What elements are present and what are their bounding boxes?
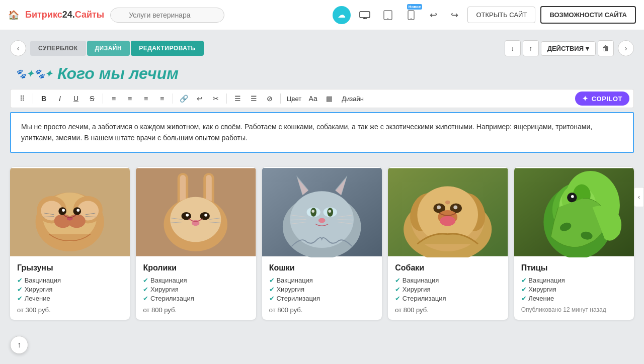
separator-5 xyxy=(280,94,281,104)
scroll-top-button[interactable]: ↑ xyxy=(10,336,28,354)
cat-image xyxy=(262,167,382,257)
table-button[interactable]: ▦ xyxy=(321,92,337,106)
actions-label: ДЕЙСТВИЯ xyxy=(547,45,584,52)
list-item: Хирургия xyxy=(17,286,123,293)
align-right-button[interactable]: ≡ xyxy=(138,92,153,106)
clear-format-button[interactable]: ⊘ xyxy=(262,92,277,106)
cat-price: от 800 руб. xyxy=(269,306,375,314)
hamster-price: от 300 руб. xyxy=(17,306,123,314)
tab-edit[interactable]: РЕДАКТИРОВАТЬ xyxy=(131,41,204,56)
hamster-card-body: Грызуны Вакцинация Хирургия Лечение от 3… xyxy=(10,257,130,320)
special-button[interactable]: ✂ xyxy=(208,92,223,106)
dog-card-body: Собаки Вакцинация Хирургия Стерилизация … xyxy=(388,257,508,320)
logo: Битрикс24.Сайты xyxy=(25,10,104,20)
separator-3 xyxy=(173,94,173,104)
image-button[interactable]: ↩ xyxy=(192,92,207,106)
parrot-published: Опубликовано 12 минут назад xyxy=(521,306,627,313)
link-button[interactable]: 🔗 xyxy=(176,92,191,106)
cat-services: Вакцинация Хирургия Стерилизация xyxy=(269,277,375,302)
underline-button[interactable]: U xyxy=(68,92,84,106)
desktop-device-button[interactable] xyxy=(356,6,374,24)
page-heading: 🐾✦🐾✦ Кого мы лечим xyxy=(0,56,644,87)
list-item: Вакцинация xyxy=(395,277,501,284)
list-item: Стерилизация xyxy=(143,295,249,302)
parrot-image xyxy=(514,167,634,257)
search-input[interactable] xyxy=(110,8,224,23)
hamster-image xyxy=(10,167,130,257)
move-up-button[interactable]: ↑ xyxy=(523,40,539,56)
separator-1 xyxy=(33,94,33,104)
svg-point-69 xyxy=(454,205,458,209)
cloud-button[interactable]: ☁ xyxy=(333,6,351,24)
copilot-label: COPILOT xyxy=(592,95,622,103)
strikethrough-button[interactable]: S xyxy=(85,92,100,106)
parrot-services: Вакцинация Хирургия Лечение xyxy=(521,277,627,302)
design-text-button[interactable]: Дизайн xyxy=(338,92,368,106)
svg-point-51 xyxy=(311,210,314,213)
svg-rect-27 xyxy=(206,175,212,203)
editor-area: ‹ СУПЕРБЛОК ДИЗАЙН РЕДАКТИРОВАТЬ ↓ ↑ ДЕЙ… xyxy=(0,30,644,364)
open-site-button[interactable]: ОТКРЫТЬ САЙТ xyxy=(467,7,535,23)
next-block-button[interactable]: › xyxy=(618,40,634,56)
tab-superblock[interactable]: СУПЕРБЛОК xyxy=(30,41,86,56)
list-item: Хирургия xyxy=(269,286,375,293)
color-button[interactable]: Цвет xyxy=(284,92,304,106)
search-wrap: 🔍 xyxy=(110,8,224,23)
rabbit-price: от 800 руб. xyxy=(143,306,249,314)
move-down-button[interactable]: ↓ xyxy=(505,40,521,56)
actions-button[interactable]: ДЕЙСТВИЯ ▾ xyxy=(541,41,596,56)
cat-title: Кошки xyxy=(269,263,375,272)
rabbit-image xyxy=(136,167,256,257)
text-style-button[interactable]: Aa xyxy=(305,92,320,106)
list-ul-button[interactable]: ☰ xyxy=(230,92,245,106)
page-title[interactable]: Кого мы лечим xyxy=(57,64,179,83)
list-item: Стерилизация xyxy=(269,295,375,302)
text-content-box[interactable]: Мы не просто лечим, а заботимся о каждом… xyxy=(10,112,634,153)
list-item: Вакцинация xyxy=(143,277,249,284)
svg-point-52 xyxy=(328,210,331,213)
list-item: Вакцинация xyxy=(17,277,123,284)
svg-rect-0 xyxy=(360,12,370,18)
dog-price: от 800 руб. xyxy=(395,306,501,314)
list-item: Стерилизация xyxy=(395,295,501,302)
svg-point-72 xyxy=(445,200,450,204)
hamster-title: Грызуны xyxy=(17,263,123,272)
svg-point-16 xyxy=(62,209,65,212)
redo-button[interactable]: ↪ xyxy=(446,7,462,23)
italic-button[interactable]: I xyxy=(52,92,67,106)
delete-block-button[interactable]: 🗑 xyxy=(598,40,614,56)
dog-title: Собаки xyxy=(395,263,501,272)
right-collapse-button[interactable]: ‹ xyxy=(634,187,644,207)
animal-card-parrot: Птицы Вакцинация Хирургия Лечение Опубли… xyxy=(514,167,634,320)
bold-button[interactable]: B xyxy=(36,92,51,106)
tab-design[interactable]: ДИЗАЙН xyxy=(87,41,130,56)
copilot-icon: ✦ xyxy=(582,95,589,103)
svg-point-33 xyxy=(205,214,208,217)
align-left-button[interactable]: ≡ xyxy=(106,92,121,106)
copilot-button[interactable]: ✦ COPILOT xyxy=(575,92,629,106)
separator-2 xyxy=(103,94,103,104)
text-content: Мы не просто лечим, а заботимся о каждом… xyxy=(21,123,592,142)
rabbit-services: Вакцинация Хирургия Стерилизация xyxy=(143,277,249,302)
undo-button[interactable]: ↩ xyxy=(425,7,441,23)
new-badge: Новое xyxy=(407,4,423,10)
mobile-device-button[interactable]: Новое xyxy=(402,6,420,24)
home-icon[interactable]: 🏠 xyxy=(8,10,19,21)
color-label: Цвет xyxy=(287,95,301,103)
svg-point-32 xyxy=(186,214,189,217)
list-ol-button[interactable]: ☰ xyxy=(246,92,261,106)
justify-button[interactable]: ≡ xyxy=(154,92,170,106)
dog-image xyxy=(388,167,508,257)
svg-point-29 xyxy=(171,197,221,242)
prev-block-button[interactable]: ‹ xyxy=(10,40,26,56)
tablet-device-button[interactable] xyxy=(379,6,397,24)
parrot-card-body: Птицы Вакцинация Хирургия Лечение Опубли… xyxy=(514,257,634,319)
align-center-button[interactable]: ≡ xyxy=(122,92,137,106)
svg-point-68 xyxy=(437,205,441,209)
features-button[interactable]: ВОЗМОЖНОСТИ САЙТА xyxy=(540,6,636,24)
rabbit-card-body: Кролики Вакцинация Хирургия Стерилизация… xyxy=(136,257,256,320)
drag-handle[interactable]: ⠿ xyxy=(15,92,30,106)
dog-services: Вакцинация Хирургия Стерилизация xyxy=(395,277,501,302)
svg-point-71 xyxy=(440,216,455,226)
svg-point-2 xyxy=(387,18,388,19)
